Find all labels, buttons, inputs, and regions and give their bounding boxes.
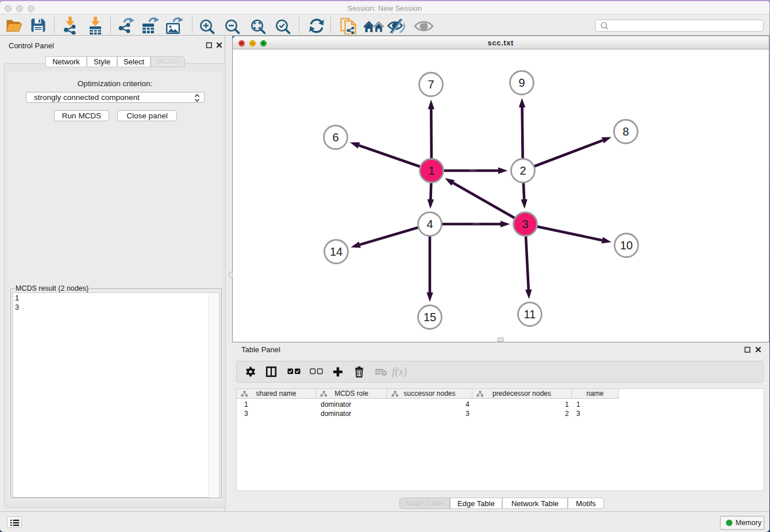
svg-text:3: 3 [522,218,528,230]
svg-text:8: 8 [622,125,629,138]
svg-text:4: 4 [426,218,433,230]
svg-text:7: 7 [428,78,434,91]
svg-text:11: 11 [524,308,536,321]
svg-text:15: 15 [424,311,436,323]
svg-text:10: 10 [620,239,633,252]
svg-text:9: 9 [518,76,525,89]
svg-text:14: 14 [330,245,342,258]
svg-text:6: 6 [332,131,338,144]
svg-text:1: 1 [428,164,434,177]
svg-text:2: 2 [519,164,526,177]
